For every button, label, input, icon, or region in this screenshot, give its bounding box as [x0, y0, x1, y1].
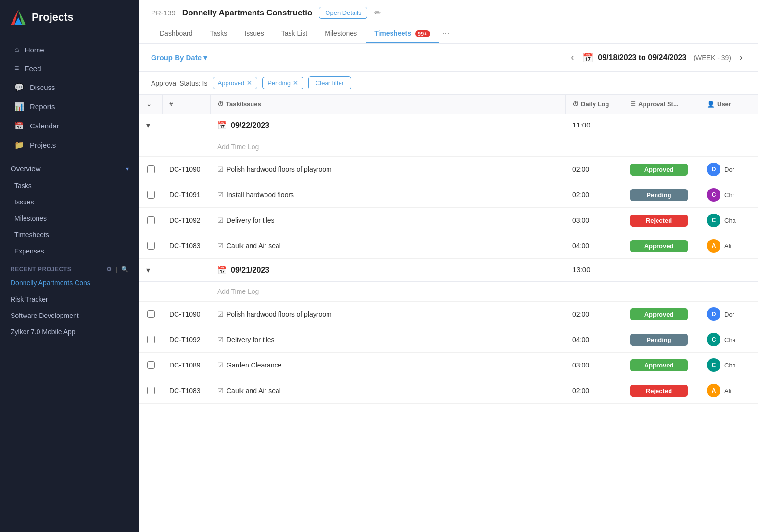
date-group-toggle-sep22[interactable]: ▾	[139, 114, 163, 137]
project-title-row: PR-139 Donnelly Apartments Constructio O…	[151, 7, 746, 19]
calendar-picker-icon[interactable]: 📅	[582, 52, 593, 63]
group-by-button[interactable]: Group By Date ▾	[151, 53, 207, 62]
sidebar-item-discuss[interactable]: 💬 Discuss	[4, 78, 136, 97]
more-options-icon[interactable]: ···	[386, 8, 393, 18]
filter-icon[interactable]: ⚙	[106, 266, 112, 273]
row-select-checkbox[interactable]	[147, 336, 155, 343]
tab-timesheets[interactable]: Timesheets 99+	[366, 25, 438, 43]
remove-pending-filter-button[interactable]: ✕	[293, 79, 298, 87]
sidebar-sub-tasks[interactable]: Tasks	[0, 177, 139, 194]
date-group-time-sep21: 13:00	[566, 259, 623, 281]
sidebar-nav: ⌂ Home ≡ Feed 💬 Discuss 📊 Reports 📅 Cale…	[0, 35, 139, 160]
row-user: DDor	[700, 302, 758, 327]
tab-task-list[interactable]: Task List	[273, 25, 316, 43]
collapse-icon: ▾	[146, 121, 150, 130]
tab-milestones[interactable]: Milestones	[316, 25, 366, 43]
collapse-icon: ▾	[146, 266, 150, 275]
row-checkbox[interactable]	[139, 160, 163, 179]
row-user: AAli	[700, 378, 758, 403]
sidebar-sub-expenses[interactable]: Expenses	[0, 243, 139, 259]
sidebar-overview[interactable]: Overview ▾	[0, 160, 139, 177]
date-group-toggle-sep21[interactable]: ▾	[139, 259, 163, 281]
recent-project-risk[interactable]: Risk Tracker	[0, 291, 139, 307]
row-select-checkbox[interactable]	[147, 165, 155, 173]
row-select-checkbox[interactable]	[147, 216, 155, 224]
sidebar-item-discuss-label: Discuss	[30, 83, 55, 91]
date-group-label-sep22: 📅 09/22/2023	[211, 114, 566, 137]
row-select-checkbox[interactable]	[147, 387, 155, 394]
discuss-icon: 💬	[14, 83, 24, 92]
avatar: D	[707, 163, 720, 176]
date-navigation: ‹ 📅 09/18/2023 to 09/24/2023 (WEEK - 39)…	[567, 51, 746, 64]
sidebar-sub-issues[interactable]: Issues	[0, 194, 139, 210]
row-status: Pending	[623, 328, 700, 352]
overview-chevron-icon: ▾	[126, 165, 129, 172]
add-log-row-sep21: Add Time Log	[139, 282, 758, 302]
recent-project-donnelly[interactable]: Donnelly Apartments Cons	[0, 275, 139, 291]
row-select-checkbox[interactable]	[147, 361, 155, 369]
row-select-checkbox[interactable]	[147, 310, 155, 318]
row-id: DC-T1089	[163, 355, 211, 375]
sidebar-sub-milestones[interactable]: Milestones	[0, 210, 139, 227]
row-checkbox[interactable]	[139, 211, 163, 230]
sidebar-item-feed[interactable]: ≡ Feed	[4, 59, 136, 77]
table-row: DC-T1090 ☑ Polish hardwood floors of pla…	[139, 157, 758, 182]
row-checkbox[interactable]	[139, 236, 163, 255]
search-icon[interactable]: 🔍	[121, 266, 129, 273]
avatar: A	[707, 239, 720, 253]
sidebar-item-projects[interactable]: 📁 Projects	[4, 136, 136, 154]
tab-dashboard[interactable]: Dashboard	[151, 25, 202, 43]
avatar: D	[707, 307, 720, 321]
user-name: Dor	[724, 311, 734, 318]
clear-filter-button[interactable]: Clear filter	[308, 76, 351, 89]
remove-approved-filter-button[interactable]: ✕	[247, 79, 252, 87]
sidebar-item-reports[interactable]: 📊 Reports	[4, 97, 136, 116]
tab-tasks[interactable]: Tasks	[202, 25, 236, 43]
user-name: Cha	[724, 217, 736, 224]
sidebar-sub-timesheets[interactable]: Timesheets	[0, 227, 139, 243]
week-label: (WEEK - 39)	[693, 54, 731, 62]
add-time-log-sep22[interactable]: Add Time Log	[211, 137, 566, 156]
row-checkbox[interactable]	[139, 381, 163, 400]
prev-date-button[interactable]: ‹	[567, 51, 578, 64]
task-type-icon: ☑	[217, 191, 224, 199]
row-status: Rejected	[623, 379, 700, 403]
sidebar-item-home[interactable]: ⌂ Home	[4, 40, 136, 59]
filter-tag-pending: Pending ✕	[262, 77, 303, 89]
next-date-button[interactable]: ›	[736, 51, 746, 64]
add-time-log-sep21[interactable]: Add Time Log	[211, 282, 566, 301]
open-details-button[interactable]: Open Details	[319, 7, 367, 19]
add-log-row-sep22: Add Time Log	[139, 137, 758, 157]
date-calendar-icon: 📅	[217, 266, 227, 275]
row-select-checkbox[interactable]	[147, 242, 155, 250]
user-name: Cha	[724, 336, 736, 343]
task-icon: ⏱	[217, 101, 224, 108]
edit-icon[interactable]: ✏	[374, 8, 381, 18]
feed-icon: ≡	[14, 64, 19, 73]
row-task: ☑ Polish hardwood floors of playroom	[211, 160, 566, 179]
calendar-icon: 📅	[14, 121, 24, 130]
row-checkbox[interactable]	[139, 304, 163, 324]
tab-issues[interactable]: Issues	[236, 25, 272, 43]
row-time: 02:00	[566, 304, 623, 324]
project-tabs: Dashboard Tasks Issues Task List Milesto…	[151, 24, 746, 43]
task-type-icon: ☑	[217, 165, 224, 173]
row-id: DC-T1090	[163, 160, 211, 179]
header-actions: ✏ ···	[374, 8, 393, 18]
col-approval: ☰ Approval St...	[623, 95, 700, 114]
recent-project-software[interactable]: Software Development	[0, 307, 139, 324]
row-checkbox[interactable]	[139, 355, 163, 375]
user-name: Dor	[724, 166, 734, 173]
table-row: DC-T1083 ☑ Caulk and Air seal 04:00 Appr…	[139, 233, 758, 259]
date-group-label-sep21: 📅 09/21/2023	[211, 259, 566, 281]
project-header: PR-139 Donnelly Apartments Constructio O…	[139, 0, 758, 44]
more-tabs-button[interactable]: ···	[439, 24, 454, 43]
row-checkbox[interactable]	[139, 330, 163, 349]
row-task: ☑ Garden Clearance	[211, 355, 566, 375]
row-time: 03:00	[566, 355, 623, 375]
user-name: Ali	[724, 387, 731, 394]
row-checkbox[interactable]	[139, 185, 163, 204]
recent-project-zylker[interactable]: Zylker 7.0 Mobile App	[0, 324, 139, 340]
sidebar-item-calendar[interactable]: 📅 Calendar	[4, 116, 136, 135]
row-select-checkbox[interactable]	[147, 191, 155, 199]
